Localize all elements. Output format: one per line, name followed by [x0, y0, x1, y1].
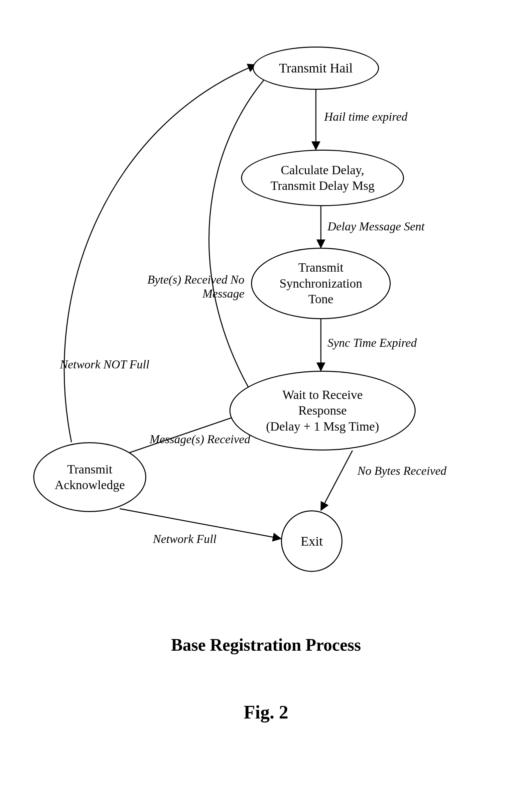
edge-label-ack-exit: Network Full: [153, 532, 216, 546]
edge-label-wait-ack: Message(s) Received: [150, 432, 250, 446]
edge-label-text: Hail time expired: [324, 110, 408, 123]
node-transmit-hail: Transmit Hail: [253, 46, 379, 90]
edge-label-wait-exit: No Bytes Received: [358, 464, 447, 478]
edge-wait-hail: [209, 70, 273, 389]
diagram-title: Base Registration Process: [0, 635, 532, 655]
edge-label-sync-wait: Sync Time Expired: [327, 336, 417, 350]
node-label: Synchronization: [279, 276, 362, 292]
node-label: Transmit Delay Msg: [270, 178, 375, 194]
node-label: (Delay + 1 Msg Time): [266, 419, 379, 434]
edge-label-ack-hail: Network NOT Full: [60, 357, 149, 371]
edge-label-text: Network NOT Full: [60, 358, 149, 371]
node-label: Transmit: [279, 260, 362, 276]
node-label: Response: [266, 403, 379, 419]
node-transmit-sync-tone: Transmit Synchronization Tone: [251, 248, 391, 319]
edge-label-delay-sync: Delay Message Sent: [327, 219, 425, 233]
edge-label-text: Network Full: [153, 532, 216, 546]
node-label: Exit: [301, 533, 323, 550]
node-wait-response: Wait to Receive Response (Delay + 1 Msg …: [229, 371, 416, 450]
edge-wait-exit: [321, 450, 353, 510]
node-label: Wait to Receive: [266, 387, 379, 403]
edge-label-text: Delay Message Sent: [327, 220, 425, 233]
node-label: Acknowledge: [55, 477, 125, 493]
edge-label-wait-hail: Byte(s) Received No Message: [131, 273, 244, 301]
edge-label-text: No Bytes Received: [358, 464, 447, 477]
edge-ack-hail: [64, 65, 256, 442]
node-label: Transmit Hail: [279, 60, 353, 77]
edge-label-text: Byte(s) Received: [147, 273, 228, 286]
title-text: Base Registration Process: [171, 635, 361, 654]
node-exit: Exit: [281, 510, 342, 572]
edge-label-text: Sync Time Expired: [327, 336, 417, 349]
diagram-canvas: Transmit Hail Calculate Delay, Transmit …: [0, 0, 532, 787]
node-label: Calculate Delay,: [270, 162, 375, 178]
edge-label-text: Received: [207, 432, 250, 446]
node-transmit-acknowledge: Transmit Acknowledge: [33, 442, 146, 512]
edge-label-text: Message(s): [150, 432, 204, 446]
figure-label: Fig. 2: [0, 702, 532, 723]
figure-label-text: Fig. 2: [244, 702, 288, 723]
node-calculate-delay: Calculate Delay, Transmit Delay Msg: [241, 150, 404, 206]
node-label: Transmit: [55, 462, 125, 477]
edge-label-hail-delay: Hail time expired: [324, 110, 408, 124]
node-label: Tone: [279, 291, 362, 307]
